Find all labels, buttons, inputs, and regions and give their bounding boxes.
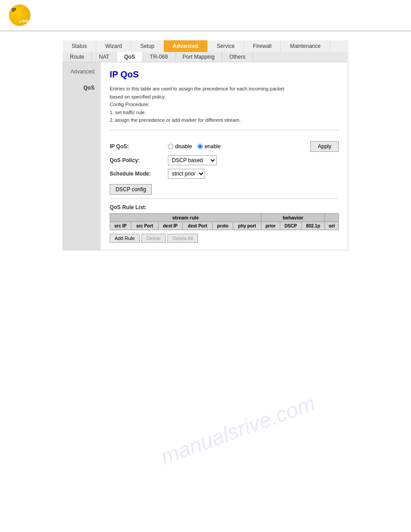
col-dest-port: dest Port <box>183 222 213 230</box>
nav-service[interactable]: Service <box>208 40 244 52</box>
top-nav: Status Wizard Setup Advanced Service Fir… <box>63 40 348 52</box>
delete-all-button[interactable]: Delete All <box>167 234 198 243</box>
radio-enable-option[interactable]: enable <box>197 143 221 150</box>
subnav-tr069[interactable]: TR-069 <box>143 52 176 62</box>
col-dest-ip: dest IP <box>158 222 182 230</box>
logo-icon: IP LINK <box>9 4 30 26</box>
rule-table: stream rule behavior src IP src Port des… <box>110 213 339 230</box>
nav-setup[interactable]: Setup <box>131 40 163 52</box>
table-actions: Add Rule Delete Delete All <box>110 234 339 243</box>
main-content: IP QoS Entries in this table are used to… <box>101 62 348 250</box>
subnav-route[interactable]: Route <box>63 52 92 62</box>
nav-firewall[interactable]: Firewall <box>244 40 281 52</box>
radio-disable-label: disable <box>175 143 192 150</box>
nav-advanced[interactable]: Advanced <box>164 40 208 52</box>
radio-enable-label: enable <box>205 143 221 150</box>
col-phy-port: phy port <box>233 222 261 230</box>
subnav-nat[interactable]: NAT <box>92 52 117 62</box>
qos-rule-label: QoS Rule List: <box>110 204 339 210</box>
radio-disable[interactable] <box>168 144 173 149</box>
schedule-mode-label: Schedule Mode: <box>110 171 168 177</box>
sidebar-label-advanced: Advanced <box>68 67 96 77</box>
page-title: IP QoS <box>110 69 339 80</box>
delete-button[interactable]: Delete <box>141 234 166 243</box>
main-wrapper: Status Wizard Setup Advanced Service Fir… <box>0 31 411 259</box>
qos-rule-section: QoS Rule List: stream rule behavior src … <box>110 204 339 243</box>
ipqos-row: IP QoS: disable enable Apply <box>110 141 339 152</box>
col-proto: proto <box>213 222 233 230</box>
radio-group-ipqos: disable enable <box>168 143 221 150</box>
ipqos-label: IP QoS: <box>110 143 168 150</box>
nav-maintenance[interactable]: Maintenance <box>281 40 330 52</box>
schedule-mode-row: Schedule Mode: strict prior WRR WFQ <box>110 169 339 179</box>
col-src-ip: src IP <box>110 222 131 230</box>
dscp-config-row: DSCP config <box>110 182 339 195</box>
subnav-portmapping[interactable]: Port Mapping <box>176 52 222 62</box>
col-src-port: src Port <box>131 222 158 230</box>
watermark: manualsrive.com <box>158 391 319 470</box>
form-section: IP QoS: disable enable Apply <box>110 137 339 199</box>
page-description: Entries in this table are used to assign… <box>110 85 339 130</box>
subnav-others[interactable]: Others <box>222 52 253 62</box>
sel-header-group <box>325 213 339 222</box>
dscp-config-button[interactable]: DSCP config <box>110 184 152 195</box>
subnav-qos[interactable]: QoS <box>117 52 143 62</box>
col-dscp: DSCP <box>280 222 301 230</box>
add-rule-button[interactable]: Add Rule <box>110 234 140 243</box>
schedule-mode-select[interactable]: strict prior WRR WFQ <box>168 169 205 179</box>
nav-status[interactable]: Status <box>63 40 96 52</box>
col-8021p: 802.1p <box>301 222 325 230</box>
radio-enable[interactable] <box>197 144 203 149</box>
behavior-header: behavior <box>261 213 325 222</box>
sidebar: Advanced QoS <box>63 62 101 250</box>
page-header: IP LINK <box>0 0 411 31</box>
col-sel: sel <box>325 222 339 230</box>
stream-rule-header: stream rule <box>110 213 261 222</box>
radio-disable-option[interactable]: disable <box>168 143 192 150</box>
content-wrapper: Advanced QoS IP QoS Entries in this tabl… <box>63 62 348 250</box>
apply-button[interactable]: Apply <box>310 141 339 152</box>
sidebar-item-qos[interactable]: QoS <box>68 83 96 93</box>
qos-policy-row: QoS Policy: DSCP based 802.1p based IP P… <box>110 155 339 165</box>
nav-wizard[interactable]: Wizard <box>96 40 131 52</box>
col-prior: prior <box>261 222 280 230</box>
sub-nav: Route NAT QoS TR-069 Port Mapping Others <box>63 52 348 62</box>
logo-container: IP LINK <box>9 4 402 26</box>
qos-policy-label: QoS Policy: <box>110 157 168 163</box>
qos-policy-select[interactable]: DSCP based 802.1p based IP Precedence <box>168 155 217 165</box>
